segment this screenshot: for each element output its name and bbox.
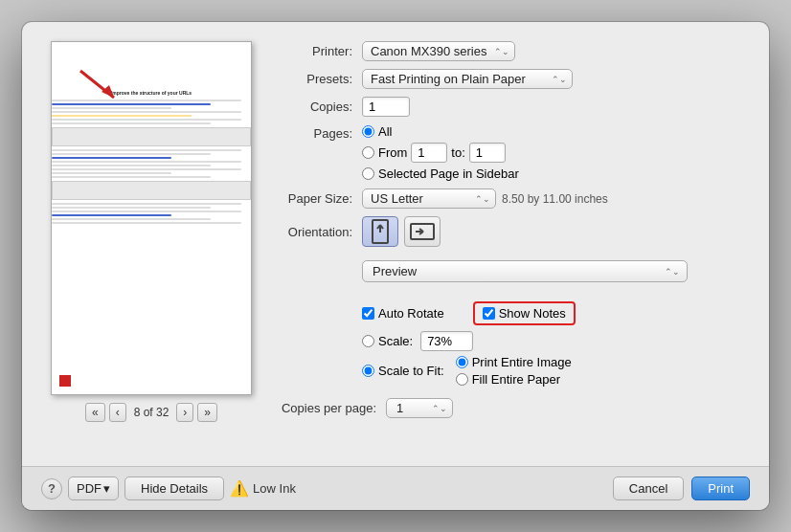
presets-select[interactable]: Fast Printing on Plain Paper <box>362 69 573 89</box>
print-entire-radio[interactable] <box>456 356 468 368</box>
printer-select-wrapper: Canon MX390 series <box>362 41 515 61</box>
svg-marker-1 <box>102 85 114 98</box>
arrow-overlay <box>71 61 128 109</box>
pages-to-label: to: <box>451 145 464 160</box>
page-nav-controls: « ‹ 8 of 32 › » <box>85 403 217 422</box>
pages-to-input[interactable] <box>469 143 506 163</box>
pages-sidebar-radio[interactable] <box>362 167 374 180</box>
copies-input[interactable] <box>362 97 410 117</box>
presets-select-wrapper: Fast Printing on Plain Paper <box>362 69 573 89</box>
copies-per-page-control: 1 2 4 <box>386 398 453 418</box>
show-notes-text: Show Notes <box>499 306 566 321</box>
scale-input[interactable] <box>420 331 473 351</box>
portrait-button[interactable] <box>362 216 398 247</box>
paper-size-label: Paper Size: <box>281 191 362 206</box>
pages-sidebar-row: Selected Page in Sidebar <box>362 166 519 181</box>
printer-row: Printer: Canon MX390 series <box>281 41 750 61</box>
scale-control: Scale: Scale to Fit: Print Entire Image <box>362 331 572 387</box>
page-indicator: 8 of 32 <box>130 406 173 419</box>
fill-paper-label: Fill Entire Paper <box>472 372 560 387</box>
next-page-button[interactable]: › <box>176 403 193 422</box>
low-ink-warning: ⚠️ Low Ink <box>230 479 296 498</box>
last-page-button[interactable]: » <box>197 403 217 422</box>
cancel-button[interactable]: Cancel <box>613 477 684 500</box>
auto-rotate-text: Auto Rotate <box>378 306 444 321</box>
first-page-button[interactable]: « <box>85 403 105 422</box>
auto-rotate-checkbox-row[interactable]: Auto Rotate <box>362 306 444 321</box>
scale-to-fit-row: Scale to Fit: Print Entire Image Fill En… <box>362 355 572 387</box>
pages-from-label: From <box>378 145 407 160</box>
printer-control: Canon MX390 series <box>362 41 515 61</box>
pages-from-row: From to: <box>362 143 519 163</box>
pages-control: All From to: Selected Page in Sidebar <box>362 124 519 181</box>
copies-per-page-row: Copies per page: 1 2 4 <box>281 398 750 418</box>
section-select[interactable]: Preview <box>362 260 688 282</box>
orientation-label: Orientation: <box>281 225 362 239</box>
footer-left: ? PDF ▾ Hide Details ⚠️ Low Ink <box>41 477 605 500</box>
printer-label: Printer: <box>281 44 362 58</box>
pages-from-input[interactable] <box>411 143 447 163</box>
copies-per-page-select[interactable]: 1 2 4 <box>386 398 453 418</box>
page-preview: Improve the structure of your URLs <box>51 41 252 395</box>
print-entire-label: Print Entire Image <box>472 355 572 369</box>
show-notes-checkbox[interactable] <box>483 307 495 320</box>
presets-row: Presets: Fast Printing on Plain Paper <box>281 69 750 89</box>
pages-all-radio[interactable] <box>362 125 374 138</box>
hide-details-button[interactable]: Hide Details <box>124 477 224 500</box>
auto-rotate-checkbox[interactable] <box>362 307 374 320</box>
printer-select[interactable]: Canon MX390 series <box>362 41 515 61</box>
section-row: Preview <box>281 255 750 292</box>
show-notes-checkbox-row[interactable]: Show Notes <box>483 306 566 321</box>
landscape-button[interactable] <box>404 216 441 247</box>
pdf-label: PDF <box>77 481 102 496</box>
show-notes-box: Show Notes <box>473 301 576 325</box>
copies-per-page-select-wrapper: 1 2 4 <box>386 398 453 418</box>
copies-per-page-label: Copies per page: <box>281 401 386 415</box>
paper-size-row: Paper Size: US Letter 8.50 by 11.00 inch… <box>281 188 750 209</box>
presets-control: Fast Printing on Plain Paper <box>362 69 573 89</box>
pages-all-label: All <box>378 124 392 139</box>
auto-rotate-show-notes-row: Auto Rotate Show Notes <box>281 301 750 325</box>
paper-size-control: US Letter 8.50 by 11.00 inches <box>362 188 608 209</box>
red-box-indicator <box>59 375 71 387</box>
pages-row: Pages: All From to: <box>281 124 750 181</box>
paper-size-select[interactable]: US Letter <box>362 188 496 209</box>
help-button[interactable]: ? <box>41 478 62 499</box>
fill-paper-radio[interactable] <box>456 373 468 386</box>
print-dialog: Improve the structure of your URLs <box>22 22 769 510</box>
prev-page-button[interactable]: ‹ <box>109 403 126 422</box>
portrait-icon <box>371 219 390 244</box>
print-button[interactable]: Print <box>691 477 750 500</box>
auto-rotate-control: Auto Rotate Show Notes <box>362 301 576 325</box>
orientation-control <box>362 216 441 247</box>
landscape-icon <box>410 222 435 241</box>
pages-radio-group: All From to: Selected Page in Sidebar <box>362 124 519 181</box>
fill-paper-row: Fill Entire Paper <box>456 372 572 387</box>
pdf-button[interactable]: PDF ▾ <box>68 477 119 500</box>
scale-label: Scale: <box>378 334 413 348</box>
settings-panel: Printer: Canon MX390 series Presets: Fas… <box>281 41 750 456</box>
dialog-body: Improve the structure of your URLs <box>22 22 769 466</box>
paper-size-dimensions: 8.50 by 11.00 inches <box>502 192 608 206</box>
scale-to-fit-label: Scale to Fit: <box>378 364 444 378</box>
orientation-row: Orientation: <box>281 216 750 247</box>
pdf-arrow-icon: ▾ <box>103 481 110 496</box>
scale-to-fit-radio[interactable] <box>362 365 374 377</box>
print-entire-row: Print Entire Image <box>456 355 572 369</box>
presets-label: Presets: <box>281 72 362 86</box>
scale-radio-row: Scale: <box>362 331 572 351</box>
low-ink-label: Low Ink <box>253 481 296 496</box>
preview-panel: Improve the structure of your URLs <box>41 41 261 456</box>
copies-row: Copies: <box>281 97 750 117</box>
copies-label: Copies: <box>281 100 362 114</box>
pages-sidebar-label: Selected Page in Sidebar <box>378 166 519 181</box>
pages-from-radio[interactable] <box>362 146 374 159</box>
pages-all-row: All <box>362 124 519 139</box>
warning-icon: ⚠️ <box>230 479 249 498</box>
scale-row: Scale: Scale to Fit: Print Entire Image <box>281 331 750 387</box>
copies-control <box>362 97 410 117</box>
dialog-footer: ? PDF ▾ Hide Details ⚠️ Low Ink Cancel P… <box>22 466 769 510</box>
footer-right: Cancel Print <box>613 477 750 500</box>
scale-radio[interactable] <box>362 335 374 347</box>
pages-label: Pages: <box>281 124 362 141</box>
